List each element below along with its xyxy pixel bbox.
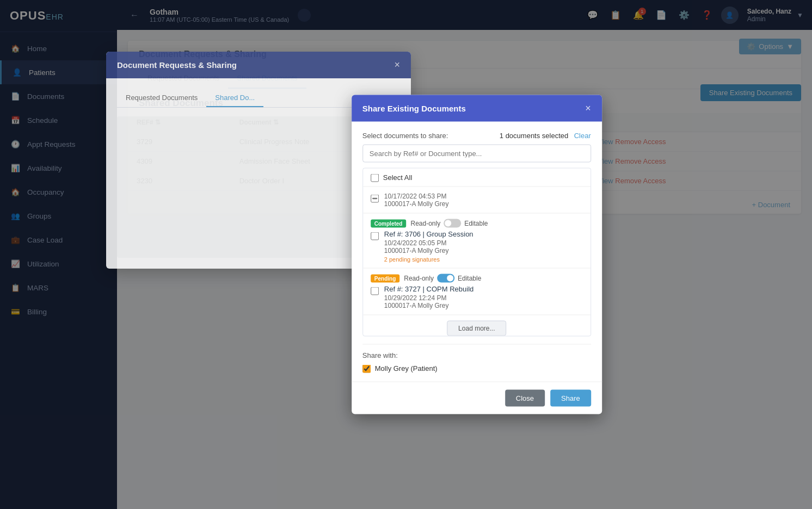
outer-modal-title: Document Requests & Sharing: [117, 60, 237, 70]
share-with-row: Molly Grey (Patient): [362, 364, 591, 373]
doc-count-row: Select documents to share: 1 documents s…: [362, 131, 591, 140]
doc2-info: Ref #: 3706 | Group Session 10/24/2022 0…: [384, 230, 473, 263]
doc1-patient: 1000017-A Molly Grey: [384, 200, 449, 208]
doc2-header: Completed Read-only Editable: [371, 219, 583, 228]
select-all-label: Select All: [383, 173, 412, 182]
doc3-info: Ref #: 3727 | COPM Rebuild 10/29/2022 12…: [384, 285, 474, 309]
doc2-patient: 1000017-A Molly Grey: [384, 247, 473, 254]
modal-overlay: Document Requests & Sharing × Requested …: [117, 30, 812, 509]
inner-dialog-title: Share Existing Documents: [362, 104, 466, 113]
page-content: Document Requests & Sharing ⚙️ Options ▼…: [117, 30, 812, 509]
share-with-section: Share with: Molly Grey (Patient): [362, 344, 591, 373]
outer-tab-shared[interactable]: Shared Do...: [206, 89, 263, 107]
share-recipient-checkbox[interactable]: [362, 365, 371, 373]
doc-list-item-3: Pending Read-only Editable: [363, 269, 590, 315]
inner-dialog-header: Share Existing Documents ×: [352, 95, 602, 122]
doc2-toggle-row: Read-only Editable: [410, 219, 488, 228]
doc-list-item-1: 10/17/2022 04:53 PM 1000017-A Molly Grey: [363, 187, 590, 214]
doc3-status-badge: Pending: [371, 274, 399, 282]
inner-dialog-body: Select documents to share: 1 documents s…: [352, 122, 602, 382]
doc3-toggle-row: Read-only Editable: [404, 274, 481, 283]
inner-dialog-close[interactable]: ×: [585, 103, 591, 114]
doc3-readonly-label: Read-only: [404, 275, 434, 282]
doc2-ref: Ref #: 3706 | Group Session: [384, 230, 473, 238]
doc3-cb-row: Ref #: 3727 | COPM Rebuild 10/29/2022 12…: [371, 285, 583, 309]
doc2-checkbox[interactable]: [371, 232, 379, 240]
dialog-footer: Close Share: [352, 382, 602, 414]
doc3-ref: Ref #: 3727 | COPM Rebuild: [384, 285, 474, 293]
doc3-checkbox[interactable]: [371, 287, 379, 295]
select-all-row: Select All: [363, 169, 590, 187]
doc-list-item-2: Completed Read-only Editable: [363, 214, 590, 269]
doc3-editable-label: Editable: [458, 275, 481, 282]
outer-modal-close[interactable]: ×: [394, 59, 400, 71]
load-more-row: Load more...: [363, 315, 590, 337]
doc1-date: 10/17/2022 04:53 PM: [384, 193, 449, 200]
select-docs-label: Select documents to share:: [362, 131, 448, 139]
share-with-label: Share with:: [362, 351, 591, 359]
doc3-header: Pending Read-only Editable: [371, 274, 583, 283]
doc3-patient: 1000017-A Molly Grey: [384, 302, 474, 309]
share-button[interactable]: Share: [550, 390, 591, 407]
doc2-readonly-label: Read-only: [410, 220, 440, 227]
outer-modal-header: Document Requests & Sharing ×: [117, 52, 411, 78]
load-more-button[interactable]: Load more...: [447, 321, 506, 336]
share-existing-dialog: Share Existing Documents × Select docume…: [352, 95, 602, 414]
clear-selection-link[interactable]: Clear: [574, 132, 591, 140]
doc2-status-badge: Completed: [371, 219, 407, 227]
outer-tab-requested[interactable]: Requested Documents: [117, 89, 206, 107]
select-all-checkbox[interactable]: [371, 174, 379, 182]
doc1-info: 10/17/2022 04:53 PM 1000017-A Molly Grey: [384, 193, 449, 208]
doc1-checkbox[interactable]: [371, 195, 379, 203]
doc2-cb-row: Ref #: 3706 | Group Session 10/24/2022 0…: [371, 230, 583, 263]
close-button[interactable]: Close: [505, 390, 545, 407]
selected-count: 1 documents selected: [500, 132, 568, 140]
doc-search-input[interactable]: [362, 145, 591, 163]
doc2-editable-label: Editable: [464, 220, 488, 227]
doc2-pending-sigs: 2 pending signatures: [384, 256, 473, 263]
doc3-date: 10/29/2022 12:24 PM: [384, 294, 474, 302]
doc1-cb-row: 10/17/2022 04:53 PM 1000017-A Molly Grey: [371, 193, 583, 208]
doc3-toggle[interactable]: [437, 274, 454, 283]
main-area: ← Gotham 11:07 AM (UTC-05:00) Eastern Ti…: [117, 0, 812, 509]
document-list: Select All 10/17/2022 04:53 PM 1000017-A…: [362, 168, 591, 337]
doc2-toggle[interactable]: [444, 219, 461, 228]
share-recipient-label: Molly Grey (Patient): [375, 364, 438, 373]
selected-count-area: 1 documents selected Clear: [500, 131, 591, 140]
doc2-date: 10/24/2022 05:05 PM: [384, 239, 473, 247]
